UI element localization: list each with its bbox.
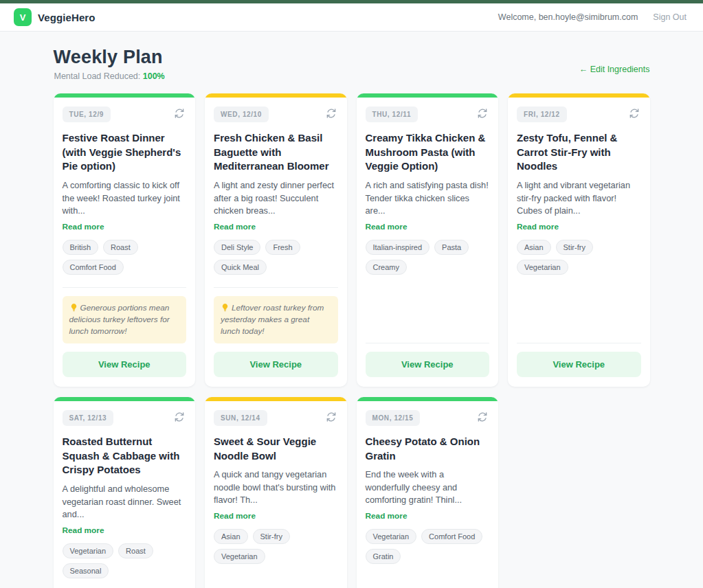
tag: Deli Style — [214, 240, 260, 255]
date-badge: SAT, 12/13 — [63, 410, 114, 426]
refresh-icon[interactable] — [324, 410, 338, 424]
tip-box: Leftover roast turkey from yesterday mak… — [214, 296, 338, 343]
date-badge: SUN, 12/14 — [214, 410, 267, 426]
tag: Fresh — [265, 240, 300, 255]
tag: Asian — [517, 240, 551, 255]
page-head-left: Weekly Plan Mental Load Reduced: 100% — [54, 47, 165, 81]
divider — [366, 343, 490, 343]
tag: Stir-fry — [556, 240, 593, 255]
tag: Gratin — [366, 549, 401, 564]
tag: Quick Meal — [214, 260, 267, 275]
recipe-description: A light and zesty dinner perfect after a… — [214, 179, 338, 218]
recipe-title: Sweet & Sour Veggie Noodle Bowl — [214, 435, 338, 463]
date-badge: THU, 12/11 — [366, 106, 419, 122]
tag-list: Asian Stir-fry Vegetarian — [517, 240, 641, 275]
tip-box: Generous portions mean delicious turkey … — [63, 296, 187, 343]
tag-list: Deli Style Fresh Quick Meal — [214, 240, 338, 275]
read-more-link[interactable]: Read more — [517, 222, 559, 231]
weekly-plan-grid: TUE, 12/9 Festive Roast Dinner (with Veg… — [54, 93, 650, 588]
date-badge: MON, 12/15 — [366, 410, 421, 426]
meal-card-mon: MON, 12/15 Cheesy Potato & Onion Gratin … — [357, 397, 499, 588]
tag: Vegetarian — [214, 549, 265, 564]
divider — [517, 343, 641, 343]
page-title: Weekly Plan — [54, 47, 165, 68]
recipe-description: A quick and tangy vegetarian noodle bowl… — [214, 468, 338, 507]
recipe-title: Fresh Chicken & Basil Baguette with Medi… — [214, 131, 338, 174]
lightbulb-icon — [221, 303, 230, 312]
tag: Seasonal — [63, 563, 109, 578]
tag-list: Vegetarian Roast Seasonal — [63, 543, 187, 578]
recipe-description: A comforting classic to kick off the wee… — [63, 179, 187, 218]
edit-ingredients-link[interactable]: ← Edit Ingredients — [579, 65, 650, 74]
refresh-icon[interactable] — [476, 106, 489, 120]
meal-card-sun: SUN, 12/14 Sweet & Sour Veggie Noodle Bo… — [205, 397, 347, 588]
brand-logo: V — [14, 8, 32, 26]
meal-card-sat: SAT, 12/13 Roasted Butternut Squash & Ca… — [54, 397, 196, 588]
mental-load-value: 100% — [143, 71, 165, 81]
read-more-link[interactable]: Read more — [63, 525, 104, 535]
date-badge: FRI, 12/12 — [517, 106, 567, 122]
lightbulb-icon — [69, 303, 78, 312]
read-more-link[interactable]: Read more — [214, 222, 256, 231]
app-header: V VeggieHero Welcome, ben.hoyle@simibrum… — [0, 3, 703, 32]
recipe-description: End the week with a wonderfully cheesy a… — [366, 468, 490, 507]
brand-name: VeggieHero — [38, 12, 96, 23]
view-recipe-button[interactable]: View Recipe — [63, 352, 187, 377]
view-recipe-button[interactable]: View Recipe — [517, 352, 641, 377]
welcome-text: Welcome, ben.hoyle@simibrum.com — [498, 12, 638, 22]
view-recipe-button[interactable]: View Recipe — [366, 352, 490, 377]
view-recipe-button[interactable]: View Recipe — [214, 352, 338, 377]
tag: British — [63, 240, 99, 255]
header-right: Welcome, ben.hoyle@simibrum.com Sign Out — [498, 12, 687, 22]
main-content: Weekly Plan Mental Load Reduced: 100% ← … — [54, 32, 650, 588]
tag: Comfort Food — [63, 260, 124, 275]
recipe-description: A delightful and wholesome vegetarian ro… — [63, 483, 187, 521]
meal-card-thu: THU, 12/11 Creamy Tikka Chicken & Mushro… — [357, 93, 499, 387]
tag: Vegetarian — [366, 529, 417, 544]
refresh-icon[interactable] — [172, 106, 186, 120]
tag: Vegetarian — [517, 260, 568, 275]
refresh-icon[interactable] — [476, 410, 489, 424]
tag-list: Asian Stir-fry Vegetarian — [214, 529, 338, 564]
recipe-description: A light and vibrant vegetarian stir-fry … — [517, 179, 641, 218]
tag: Roast — [103, 240, 138, 255]
tag: Comfort Food — [421, 529, 482, 544]
tip-text: Leftover roast turkey from yesterday mak… — [221, 303, 324, 336]
mental-load-label: Mental Load Reduced: — [54, 71, 141, 81]
tag-list: Vegetarian Comfort Food Gratin — [366, 529, 490, 564]
refresh-icon[interactable] — [324, 106, 338, 120]
meal-card-wed: WED, 12/10 Fresh Chicken & Basil Baguett… — [205, 93, 347, 387]
sign-out-link[interactable]: Sign Out — [653, 12, 687, 22]
divider — [63, 287, 187, 288]
read-more-link[interactable]: Read more — [366, 511, 408, 521]
read-more-link[interactable]: Read more — [63, 222, 104, 231]
read-more-link[interactable]: Read more — [366, 222, 408, 231]
divider — [214, 287, 338, 288]
tip-text: Generous portions mean delicious turkey … — [69, 303, 170, 336]
tag: Italian-inspired — [366, 240, 430, 255]
tag: Stir-fry — [253, 529, 290, 544]
recipe-title: Roasted Butternut Squash & Cabbage with … — [63, 435, 187, 477]
date-badge: WED, 12/10 — [214, 106, 269, 122]
refresh-icon[interactable] — [172, 410, 186, 424]
tag: Creamy — [366, 260, 408, 275]
recipe-title: Zesty Tofu, Fennel & Carrot Stir-Fry wit… — [517, 131, 641, 174]
mental-load-subtitle: Mental Load Reduced: 100% — [54, 71, 165, 81]
meal-card-fri: FRI, 12/12 Zesty Tofu, Fennel & Carrot S… — [508, 93, 650, 387]
tag-list: British Roast Comfort Food — [63, 240, 187, 275]
recipe-description: A rich and satisfying pasta dish! Tender… — [366, 179, 490, 218]
meal-card-tue: TUE, 12/9 Festive Roast Dinner (with Veg… — [54, 93, 196, 387]
page-head: Weekly Plan Mental Load Reduced: 100% ← … — [54, 32, 650, 93]
tag: Pasta — [434, 240, 469, 255]
date-badge: TUE, 12/9 — [63, 106, 111, 122]
brand-home-link[interactable]: V VeggieHero — [14, 8, 96, 26]
recipe-title: Cheesy Potato & Onion Gratin — [366, 435, 490, 463]
read-more-link[interactable]: Read more — [214, 511, 256, 521]
tag: Asian — [214, 529, 248, 544]
recipe-title: Creamy Tikka Chicken & Mushroom Pasta (w… — [366, 131, 490, 174]
tag-list: Italian-inspired Pasta Creamy — [366, 240, 490, 275]
recipe-title: Festive Roast Dinner (with Veggie Shephe… — [63, 131, 187, 174]
refresh-icon[interactable] — [627, 106, 641, 120]
tag: Vegetarian — [63, 543, 114, 558]
tag: Roast — [118, 543, 153, 558]
